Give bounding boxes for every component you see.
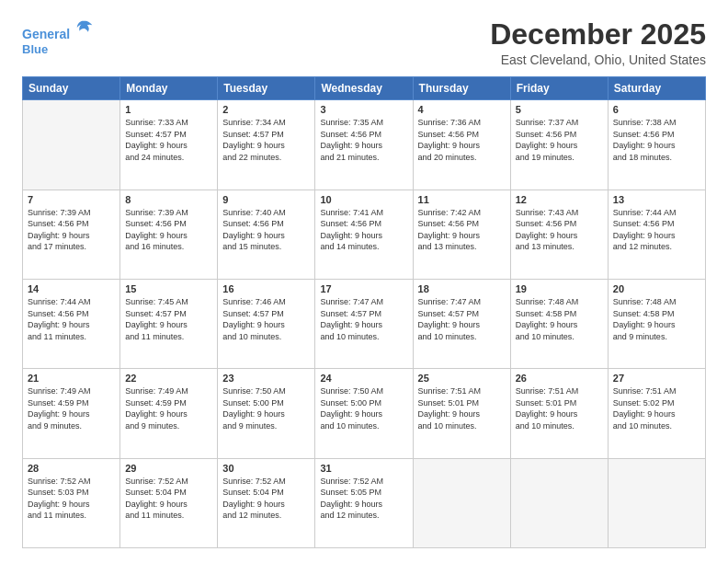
day-number: 19 bbox=[516, 283, 603, 294]
day-number: 5 bbox=[516, 104, 603, 115]
day-info: Sunrise: 7:47 AM Sunset: 4:57 PM Dayligh… bbox=[320, 296, 407, 342]
calendar-header-row: SundayMondayTuesdayWednesdayThursdayFrid… bbox=[23, 77, 706, 100]
calendar-cell: 12Sunrise: 7:43 AM Sunset: 4:56 PM Dayli… bbox=[510, 190, 608, 279]
calendar-cell: 5Sunrise: 7:37 AM Sunset: 4:56 PM Daylig… bbox=[510, 100, 608, 190]
calendar-cell: 21Sunrise: 7:49 AM Sunset: 4:59 PM Dayli… bbox=[23, 369, 120, 458]
day-info: Sunrise: 7:44 AM Sunset: 4:56 PM Dayligh… bbox=[28, 296, 115, 342]
day-number: 13 bbox=[613, 194, 700, 205]
calendar-cell: 4Sunrise: 7:36 AM Sunset: 4:56 PM Daylig… bbox=[413, 100, 510, 190]
calendar-cell: 14Sunrise: 7:44 AM Sunset: 4:56 PM Dayli… bbox=[23, 279, 120, 368]
day-number: 11 bbox=[418, 194, 506, 205]
day-info: Sunrise: 7:34 AM Sunset: 4:57 PM Dayligh… bbox=[222, 117, 310, 163]
calendar-cell: 23Sunrise: 7:50 AM Sunset: 5:00 PM Dayli… bbox=[218, 369, 315, 458]
day-number: 23 bbox=[222, 373, 310, 384]
calendar-cell: 17Sunrise: 7:47 AM Sunset: 4:57 PM Dayli… bbox=[315, 279, 413, 368]
calendar-day-header: Wednesday bbox=[315, 77, 413, 100]
day-info: Sunrise: 7:50 AM Sunset: 5:00 PM Dayligh… bbox=[222, 385, 310, 431]
calendar-cell: 3Sunrise: 7:35 AM Sunset: 4:56 PM Daylig… bbox=[315, 100, 413, 190]
calendar-cell: 29Sunrise: 7:52 AM Sunset: 5:04 PM Dayli… bbox=[120, 458, 218, 547]
calendar-cell: 24Sunrise: 7:50 AM Sunset: 5:00 PM Dayli… bbox=[315, 369, 413, 458]
day-info: Sunrise: 7:37 AM Sunset: 4:56 PM Dayligh… bbox=[516, 117, 603, 163]
day-info: Sunrise: 7:33 AM Sunset: 4:57 PM Dayligh… bbox=[125, 117, 212, 163]
calendar-week-row: 14Sunrise: 7:44 AM Sunset: 4:56 PM Dayli… bbox=[23, 279, 706, 368]
day-number: 28 bbox=[28, 463, 115, 474]
day-number: 18 bbox=[418, 283, 506, 294]
calendar-cell: 16Sunrise: 7:46 AM Sunset: 4:57 PM Dayli… bbox=[218, 279, 315, 368]
day-info: Sunrise: 7:41 AM Sunset: 4:56 PM Dayligh… bbox=[320, 207, 407, 253]
calendar-cell: 28Sunrise: 7:52 AM Sunset: 5:03 PM Dayli… bbox=[23, 458, 120, 547]
calendar-cell: 19Sunrise: 7:48 AM Sunset: 4:58 PM Dayli… bbox=[510, 279, 608, 368]
day-number: 14 bbox=[28, 283, 115, 294]
calendar-cell: 7Sunrise: 7:39 AM Sunset: 4:56 PM Daylig… bbox=[23, 190, 120, 279]
calendar-day-header: Tuesday bbox=[218, 77, 315, 100]
day-info: Sunrise: 7:45 AM Sunset: 4:57 PM Dayligh… bbox=[125, 296, 212, 342]
day-number: 1 bbox=[125, 104, 212, 115]
day-info: Sunrise: 7:35 AM Sunset: 4:56 PM Dayligh… bbox=[320, 117, 407, 163]
day-number: 7 bbox=[28, 194, 115, 205]
day-number: 29 bbox=[125, 463, 212, 474]
calendar-day-header: Saturday bbox=[608, 77, 705, 100]
calendar-cell: 1Sunrise: 7:33 AM Sunset: 4:57 PM Daylig… bbox=[120, 100, 218, 190]
calendar-cell: 30Sunrise: 7:52 AM Sunset: 5:04 PM Dayli… bbox=[218, 458, 315, 547]
calendar-cell: 9Sunrise: 7:40 AM Sunset: 4:56 PM Daylig… bbox=[218, 190, 315, 279]
calendar-week-row: 21Sunrise: 7:49 AM Sunset: 4:59 PM Dayli… bbox=[23, 369, 706, 458]
calendar-cell: 18Sunrise: 7:47 AM Sunset: 4:57 PM Dayli… bbox=[413, 279, 510, 368]
logo: General Blue bbox=[22, 18, 96, 56]
logo-bird-icon bbox=[75, 18, 96, 39]
day-number: 17 bbox=[320, 283, 407, 294]
day-info: Sunrise: 7:51 AM Sunset: 5:01 PM Dayligh… bbox=[418, 385, 506, 431]
day-number: 4 bbox=[418, 104, 506, 115]
day-info: Sunrise: 7:49 AM Sunset: 4:59 PM Dayligh… bbox=[125, 385, 212, 431]
day-number: 26 bbox=[516, 373, 603, 384]
calendar-cell: 15Sunrise: 7:45 AM Sunset: 4:57 PM Dayli… bbox=[120, 279, 218, 368]
calendar-table: SundayMondayTuesdayWednesdayThursdayFrid… bbox=[22, 76, 706, 548]
day-number: 27 bbox=[613, 373, 700, 384]
calendar-cell: 8Sunrise: 7:39 AM Sunset: 4:56 PM Daylig… bbox=[120, 190, 218, 279]
day-info: Sunrise: 7:52 AM Sunset: 5:04 PM Dayligh… bbox=[125, 476, 212, 522]
day-info: Sunrise: 7:40 AM Sunset: 4:56 PM Dayligh… bbox=[222, 207, 310, 253]
calendar-cell bbox=[413, 458, 510, 547]
subtitle: East Cleveland, Ohio, United States bbox=[490, 52, 706, 67]
logo-general: General bbox=[22, 27, 70, 41]
day-number: 8 bbox=[125, 194, 212, 205]
main-title: December 2025 bbox=[490, 18, 706, 51]
calendar-cell bbox=[510, 458, 608, 547]
day-number: 3 bbox=[320, 104, 407, 115]
day-number: 15 bbox=[125, 283, 212, 294]
day-number: 25 bbox=[418, 373, 506, 384]
day-info: Sunrise: 7:51 AM Sunset: 5:02 PM Dayligh… bbox=[613, 385, 700, 431]
calendar-day-header: Monday bbox=[120, 77, 218, 100]
day-number: 10 bbox=[320, 194, 407, 205]
calendar-day-header: Sunday bbox=[23, 77, 120, 100]
logo-text: General bbox=[22, 18, 96, 42]
calendar-cell: 22Sunrise: 7:49 AM Sunset: 4:59 PM Dayli… bbox=[120, 369, 218, 458]
page: General Blue December 2025 East Clevelan… bbox=[0, 0, 728, 563]
day-info: Sunrise: 7:52 AM Sunset: 5:04 PM Dayligh… bbox=[222, 476, 310, 522]
day-info: Sunrise: 7:48 AM Sunset: 4:58 PM Dayligh… bbox=[516, 296, 603, 342]
day-number: 31 bbox=[320, 463, 407, 474]
day-info: Sunrise: 7:51 AM Sunset: 5:01 PM Dayligh… bbox=[516, 385, 603, 431]
calendar-cell: 27Sunrise: 7:51 AM Sunset: 5:02 PM Dayli… bbox=[608, 369, 705, 458]
logo-blue: Blue bbox=[22, 42, 96, 57]
calendar-day-header: Friday bbox=[510, 77, 608, 100]
day-info: Sunrise: 7:36 AM Sunset: 4:56 PM Dayligh… bbox=[418, 117, 506, 163]
day-number: 2 bbox=[222, 104, 310, 115]
day-info: Sunrise: 7:47 AM Sunset: 4:57 PM Dayligh… bbox=[418, 296, 506, 342]
day-number: 6 bbox=[613, 104, 700, 115]
calendar-week-row: 7Sunrise: 7:39 AM Sunset: 4:56 PM Daylig… bbox=[23, 190, 706, 279]
day-info: Sunrise: 7:44 AM Sunset: 4:56 PM Dayligh… bbox=[613, 207, 700, 253]
day-info: Sunrise: 7:49 AM Sunset: 4:59 PM Dayligh… bbox=[28, 385, 115, 431]
day-info: Sunrise: 7:46 AM Sunset: 4:57 PM Dayligh… bbox=[222, 296, 310, 342]
calendar-cell: 2Sunrise: 7:34 AM Sunset: 4:57 PM Daylig… bbox=[218, 100, 315, 190]
calendar-cell: 20Sunrise: 7:48 AM Sunset: 4:58 PM Dayli… bbox=[608, 279, 705, 368]
calendar-cell: 31Sunrise: 7:52 AM Sunset: 5:05 PM Dayli… bbox=[315, 458, 413, 547]
day-info: Sunrise: 7:43 AM Sunset: 4:56 PM Dayligh… bbox=[516, 207, 603, 253]
day-info: Sunrise: 7:50 AM Sunset: 5:00 PM Dayligh… bbox=[320, 385, 407, 431]
calendar-week-row: 28Sunrise: 7:52 AM Sunset: 5:03 PM Dayli… bbox=[23, 458, 706, 547]
day-number: 16 bbox=[222, 283, 310, 294]
day-info: Sunrise: 7:38 AM Sunset: 4:56 PM Dayligh… bbox=[613, 117, 700, 163]
title-block: December 2025 East Cleveland, Ohio, Unit… bbox=[490, 18, 706, 67]
day-number: 24 bbox=[320, 373, 407, 384]
day-info: Sunrise: 7:52 AM Sunset: 5:05 PM Dayligh… bbox=[320, 476, 407, 522]
day-info: Sunrise: 7:48 AM Sunset: 4:58 PM Dayligh… bbox=[613, 296, 700, 342]
